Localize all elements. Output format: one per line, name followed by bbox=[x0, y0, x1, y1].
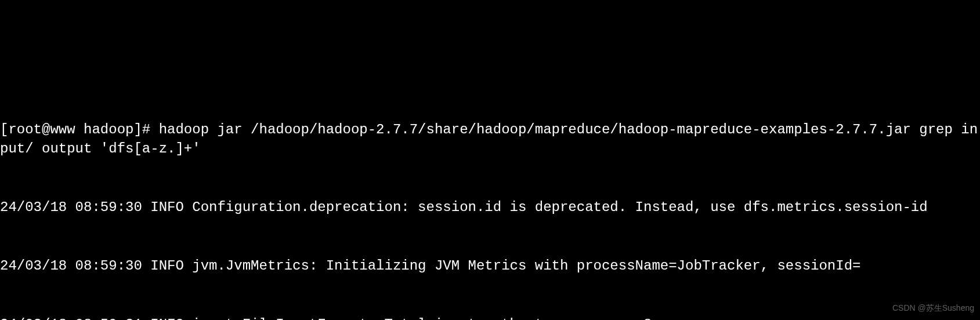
terminal-line: 24/03/18 08:59:30 INFO jvm.JvmMetrics: I… bbox=[0, 256, 980, 276]
terminal-line: 24/03/18 08:59:30 INFO Configuration.dep… bbox=[0, 198, 980, 217]
terminal-output: [root@www hadoop]# hadoop jar /hadoop/ha… bbox=[0, 81, 980, 320]
terminal-line: [root@www hadoop]# hadoop jar /hadoop/ha… bbox=[0, 120, 980, 159]
watermark-text: CSDN @苏生Susheng bbox=[892, 303, 974, 314]
terminal-line: 24/03/18 08:59:31 INFO input.FileInputFo… bbox=[0, 315, 980, 321]
